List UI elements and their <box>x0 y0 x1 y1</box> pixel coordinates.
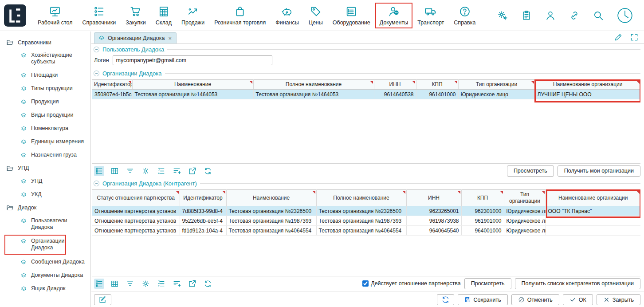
app-logo-icon[interactable] <box>4 4 27 27</box>
collapse-icon[interactable]: − <box>94 47 99 52</box>
cell-name[interactable]: Тестовая организация №4064554 <box>226 226 316 236</box>
user-icon[interactable] <box>545 10 556 21</box>
menu-desktop[interactable]: Рабочий стол <box>33 3 77 28</box>
col-header-name[interactable]: Наименование <box>226 190 316 206</box>
sidebar-item-upd[interactable]: УПД <box>0 175 90 188</box>
col-header-orgname[interactable]: Наименование организации <box>546 190 640 206</box>
sidebar-item-sites[interactable]: Площадки <box>0 69 90 82</box>
menu-purchases[interactable]: Закупки <box>121 3 151 28</box>
sidebar-item-diadoc-users[interactable]: Пользователи Диадока <box>0 214 90 234</box>
cell-inn[interactable]: 9640645540 <box>406 226 461 236</box>
menu-equipment[interactable]: Оборудование <box>328 3 375 28</box>
filter-plus-icon[interactable] <box>172 279 182 289</box>
col-header-orgtype[interactable]: Тип организации <box>504 190 546 206</box>
menu-finance[interactable]: Финансы <box>271 3 303 28</box>
cancel-button[interactable]: Отменить <box>511 294 559 305</box>
cell-orgname[interactable] <box>546 226 640 236</box>
menu-transport[interactable]: Транспорт <box>412 3 449 28</box>
table-row[interactable]: Отношение партнерства установ 7d885f33-9… <box>92 206 640 216</box>
cell-orgtype[interactable]: Юридическое ли <box>504 226 546 236</box>
table-row[interactable]: Отношение партнерства установ 9522e6db-e… <box>92 216 640 226</box>
col-header-inn[interactable]: ИНН <box>374 80 416 90</box>
col-header-fullname[interactable]: Полное наименование <box>316 190 406 206</box>
cell-fullname[interactable]: Тестовая организация №1464053 <box>253 90 374 99</box>
cell-name[interactable]: Тестовая организация №2326500 <box>226 206 316 216</box>
cell-status[interactable]: Отношение партнерства установ <box>92 226 180 236</box>
sidebar-item-diadoc-docs[interactable]: Документы Диадока <box>0 269 90 282</box>
grid-view-icon[interactable] <box>110 166 120 176</box>
get-counterparties-button[interactable]: Получить список контрагентов организации <box>515 278 640 289</box>
cell-orgtype[interactable]: Юридическое лицо <box>458 90 535 99</box>
reload-icon[interactable] <box>203 279 213 289</box>
cell-kpp[interactable]: 961401000 <box>416 90 458 99</box>
sort-lines-icon[interactable] <box>125 279 135 289</box>
sidebar-item-ukd[interactable]: УКД <box>0 188 90 201</box>
menu-sales[interactable]: Продажи <box>177 3 209 28</box>
tab-close-icon[interactable]: × <box>168 35 172 41</box>
menu-help[interactable]: Справка <box>449 3 480 28</box>
sidebar-item-cargo-purposes[interactable]: Назначения груза <box>0 149 90 162</box>
numbered-list-icon[interactable] <box>156 279 166 289</box>
sidebar-group-diadoc[interactable]: Диадок <box>0 201 90 214</box>
gear-icon[interactable] <box>141 166 151 176</box>
view-button[interactable]: Просмотреть <box>464 278 511 289</box>
refresh-button[interactable] <box>437 294 454 305</box>
grid-view-icon[interactable] <box>110 279 120 289</box>
collapse-icon[interactable]: − <box>94 181 99 186</box>
menu-prices[interactable]: Цены <box>304 3 328 28</box>
menu-documents[interactable]: Документы <box>375 3 412 28</box>
cell-fullname[interactable]: Тестовая организация №2326500 <box>316 206 406 216</box>
sidebar-group-references[interactable]: Справочники <box>0 36 90 49</box>
menu-warehouse[interactable]: Склад <box>151 3 177 28</box>
col-header-orgtype[interactable]: Тип организации <box>458 80 535 90</box>
cell-orgtype[interactable]: Юридическое ли <box>504 216 546 226</box>
sidebar-item-diadoc-messages[interactable]: Сообщения Диадока <box>0 256 90 269</box>
open-external-icon[interactable] <box>187 166 197 176</box>
menu-references[interactable]: Справочники <box>77 3 121 28</box>
cell-status[interactable]: Отношение партнерства установ <box>92 216 180 226</box>
cell-status[interactable]: Отношение партнерства установ <box>92 206 180 216</box>
table-row[interactable]: Отношение партнерства установ fd1d912a-1… <box>92 226 640 236</box>
cell-inn[interactable]: 9614640538 <box>374 90 416 99</box>
collapse-icon[interactable]: − <box>94 71 99 76</box>
col-header-id[interactable]: Идентификатор <box>180 190 226 206</box>
tab-diadoc-organizations[interactable]: Организации Диадока × <box>94 32 177 43</box>
cell-orgname[interactable]: ООО "ТК Парнас" <box>546 206 640 216</box>
clock-icon[interactable] <box>617 7 633 24</box>
sidebar-item-product-types[interactable]: Типы продукции <box>0 82 90 95</box>
cell-orgname[interactable]: ЛУЧШИЕ ЦЕНЫ ООО <box>535 90 640 99</box>
cell-fullname[interactable]: Тестовая организация №4064554 <box>316 226 406 236</box>
cell-id[interactable]: 9522e6db-ee5f-4 <box>180 216 226 226</box>
cell-name[interactable]: Тестовая организация №1464053 <box>132 90 253 99</box>
close-button[interactable]: Закрыть <box>597 294 640 305</box>
expand-icon[interactable] <box>630 33 639 42</box>
reload-icon[interactable] <box>203 166 213 176</box>
list-view-icon[interactable] <box>94 279 104 289</box>
edit-pencil-icon[interactable] <box>614 33 623 42</box>
cell-id[interactable]: 7d885f33-99d8-4 <box>180 206 226 216</box>
col-header-orgname[interactable]: Наименование организации <box>535 80 640 90</box>
sidebar-item-diadoc-box[interactable]: Ящик Диадок <box>0 282 90 295</box>
save-button[interactable]: Сохранить <box>458 294 508 305</box>
open-external-icon[interactable] <box>187 279 197 289</box>
numbered-list-icon[interactable] <box>156 166 166 176</box>
cell-id[interactable]: 350807e4-1b5c-44ff- <box>92 90 132 99</box>
cell-orgname[interactable] <box>546 216 640 226</box>
clipboard-icon[interactable] <box>521 10 532 21</box>
sidebar-item-nomenclature[interactable]: Номенклатура <box>0 122 90 135</box>
col-header-fullname[interactable]: Полное наименование <box>253 80 374 90</box>
sort-lines-icon[interactable] <box>125 166 135 176</box>
cell-fullname[interactable]: Тестовая организация №1987393 <box>316 216 406 226</box>
filter-plus-icon[interactable] <box>172 166 182 176</box>
login-input[interactable] <box>113 55 272 65</box>
sidebar-item-entities[interactable]: Хозяйствующие субъекты <box>0 49 90 69</box>
cell-kpp[interactable]: 961901000 <box>461 216 504 226</box>
list-view-icon[interactable] <box>94 166 104 176</box>
sidebar-item-units[interactable]: Единицы измерения <box>0 135 90 149</box>
col-header-kpp[interactable]: КПП <box>461 190 504 206</box>
cell-inn[interactable]: 9619873938 <box>406 216 461 226</box>
sidebar-item-diadoc-orgs[interactable]: Организации Диадока <box>4 235 66 255</box>
get-my-organizations-button[interactable]: Получить мои организации <box>558 165 640 177</box>
sidebar-item-products[interactable]: Продукция <box>0 95 90 109</box>
gear-icon[interactable] <box>141 279 151 289</box>
